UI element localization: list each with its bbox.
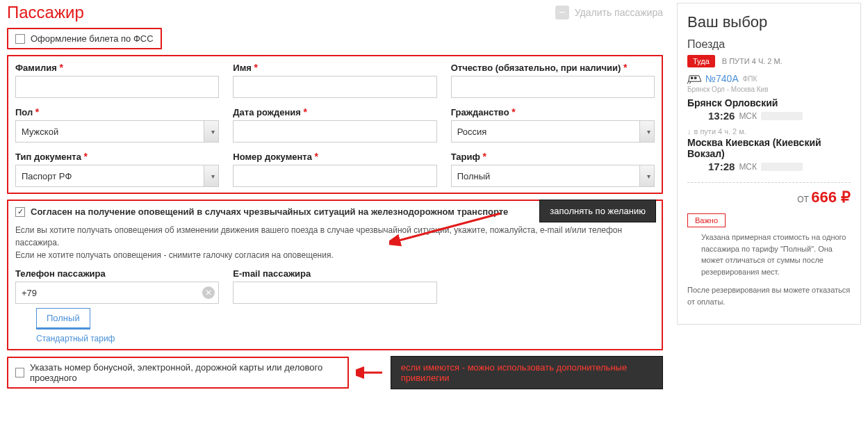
passenger-form-box: Фамилия * Имя * Отчество (обязательно, п…	[7, 55, 663, 194]
docnum-label: Номер документа *	[233, 151, 436, 162]
transit-label: в пути 4 ч. 2 м.	[694, 127, 746, 136]
date-placeholder	[761, 163, 803, 171]
notify-hint1: Если вы хотите получать оповещения об из…	[15, 224, 655, 249]
arrow-icon	[356, 366, 384, 380]
email-input[interactable]	[233, 282, 436, 304]
summary-card: Ваш выбор Поезда Туда В ПУТИ 4 Ч. 2 М. №…	[677, 3, 861, 325]
minus-icon: −	[555, 6, 569, 19]
name-label: Имя *	[233, 62, 436, 73]
arrival-time: 17:28	[708, 161, 735, 172]
phone-input[interactable]	[15, 282, 219, 304]
delete-passenger-label: Удалить пассажира	[575, 7, 663, 18]
refund-note: После резервирования вы можете отказатьс…	[687, 284, 851, 307]
fss-checkbox[interactable]	[15, 34, 25, 44]
tz-label: МСК	[739, 162, 757, 172]
bonus-checkbox[interactable]	[15, 368, 24, 377]
departure-time: 13:26	[708, 110, 735, 122]
callout-optional: заполнять по желанию	[539, 200, 656, 222]
notify-checkbox[interactable]: ✓	[15, 207, 25, 217]
arrival-station: Москва Киевская (Киевский Вокзал)	[687, 137, 851, 159]
citizenship-select[interactable]	[451, 120, 655, 143]
important-badge: Важно	[687, 213, 726, 227]
bonus-label: Указать номер бонусной, электронной, дор…	[30, 362, 341, 383]
docnum-input[interactable]	[233, 165, 436, 187]
train-icon	[687, 73, 701, 84]
direction-badge: Туда	[687, 55, 715, 67]
clear-icon[interactable]: ✕	[202, 286, 215, 299]
travel-time: В ПУТИ 4 Ч. 2 М.	[722, 57, 783, 65]
tariff-link[interactable]: Стандартный тариф	[36, 334, 655, 343]
notify-hint2: Если не хотите получать оповещения - сни…	[15, 249, 655, 261]
doctype-select[interactable]	[15, 165, 219, 187]
citizenship-label: Гражданство *	[451, 106, 655, 117]
tariff-tag[interactable]: Полный	[36, 308, 90, 330]
patronymic-input[interactable]	[451, 76, 655, 98]
fss-label: Оформление билета по ФСС	[31, 33, 154, 44]
down-arrow-icon: ↓	[687, 127, 691, 136]
departure-station: Брянск Орловский	[687, 97, 851, 108]
price: 666 ₽	[811, 188, 851, 206]
dob-label: Дата рождения *	[233, 106, 436, 117]
name-input[interactable]	[233, 76, 436, 98]
phone-label: Телефон пассажира	[15, 268, 219, 279]
price-prefix: ОТ	[797, 195, 809, 204]
train-number[interactable]: №740А	[705, 73, 739, 84]
carrier: ФПК	[743, 75, 758, 83]
tz-label: МСК	[739, 111, 757, 121]
gender-select[interactable]	[15, 120, 219, 143]
sidebar-subtitle: Поезда	[687, 38, 851, 51]
patronymic-label: Отчество (обязательно, при наличии) *	[451, 62, 655, 73]
surname-input[interactable]	[15, 76, 219, 98]
tariff-label: Тариф *	[451, 151, 655, 162]
delete-passenger-button[interactable]: − Удалить пассажира	[555, 6, 663, 19]
page-title: Пассажир	[7, 3, 84, 22]
price-note: Указана примерная стоимость на одного па…	[687, 231, 851, 277]
sidebar-title: Ваш выбор	[687, 13, 851, 31]
dob-input[interactable]	[233, 120, 436, 143]
email-label: E-mail пассажира	[233, 268, 436, 279]
route-small: Брянск Орл - Москва Кив	[687, 86, 851, 93]
tariff-select[interactable]	[451, 165, 655, 187]
gender-label: Пол *	[15, 106, 219, 117]
surname-label: Фамилия *	[15, 62, 219, 73]
bonus-checkbox-row[interactable]: Указать номер бонусной, электронной, дор…	[7, 357, 349, 389]
doctype-label: Тип документа *	[15, 151, 219, 162]
svg-rect-3	[694, 77, 696, 79]
svg-rect-2	[691, 77, 693, 79]
svg-line-0	[396, 213, 500, 241]
date-placeholder	[761, 112, 803, 120]
arrow-icon	[389, 206, 507, 248]
fss-checkbox-row[interactable]: Оформление билета по ФСС	[7, 28, 162, 49]
callout-bonus: если имеются - можно использовать дополн…	[391, 356, 663, 389]
